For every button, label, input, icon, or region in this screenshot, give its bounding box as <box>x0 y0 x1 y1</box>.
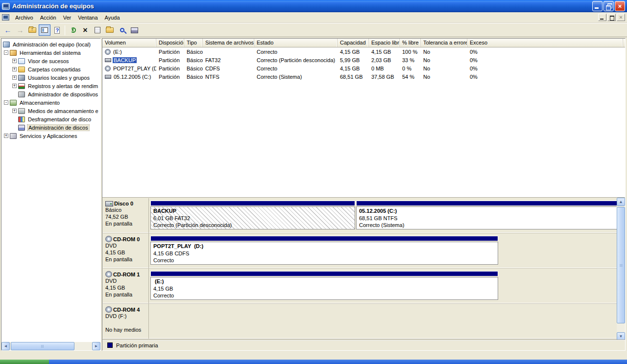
properties-button[interactable] <box>92 24 103 36</box>
scrollbar-thumb[interactable] <box>11 342 74 350</box>
partitions-area: (E:)4,15 GBCorrecto <box>150 269 617 303</box>
menu-item-archivo[interactable]: Archivo <box>12 13 37 22</box>
tree-item-label: Usuarios locales y grupos <box>27 75 91 81</box>
mdi-close-button[interactable]: × <box>617 14 625 21</box>
view-button[interactable] <box>116 24 128 36</box>
partition-body[interactable]: BACKUP6,01 GB FAT32Correcto (Partición d… <box>150 206 355 229</box>
scrollbar-thumb[interactable] <box>617 207 625 323</box>
table-row[interactable]: POPT2T_PLAY (D:)ParticiónBásicoCDFSCorre… <box>102 64 625 72</box>
volume-name: (E:) <box>112 49 123 55</box>
tree-item[interactable]: +Visor de sucesos <box>1 57 100 65</box>
column-header-espacio-libre[interactable]: Espacio libre <box>369 39 400 47</box>
tree-item[interactable]: +Carpetas compartidas <box>1 65 100 73</box>
tree-item[interactable]: +Servicios y Aplicaciones <box>1 132 100 140</box>
column-header-volumen[interactable]: Volumen <box>102 39 156 47</box>
partition-status: Correcto <box>153 257 495 264</box>
expand-plus-icon[interactable]: + <box>12 59 17 63</box>
forward-button[interactable]: → <box>14 24 26 36</box>
partition-body[interactable]: 05.12.2005 (C:)68,51 GB NTFSCorrecto (Si… <box>356 206 617 229</box>
collapse-minus-icon[interactable]: - <box>4 50 8 55</box>
titlebar[interactable]: Administración de equipos × <box>0 0 627 12</box>
help-button[interactable] <box>51 24 63 36</box>
partition-title: (E:) <box>153 278 495 285</box>
partition-color-bar <box>150 271 498 276</box>
tree-item-label: Carpetas compartidas <box>27 67 82 72</box>
start-button[interactable] <box>0 360 49 364</box>
table-row[interactable]: BACKUPParticiónBásicoFAT32Correcto (Part… <box>102 56 625 64</box>
column-header-tipo[interactable]: Tipo <box>184 39 203 47</box>
disk-tool-button[interactable] <box>128 24 140 36</box>
disk-header[interactable]: Disco 0Básico74,52 GBEn pantalla <box>104 198 149 233</box>
column-header-sistema-de-archivos[interactable]: Sistema de archivos <box>203 39 254 47</box>
tree-item[interactable]: Administración de discos <box>1 123 100 132</box>
expand-plus-icon[interactable]: + <box>12 75 17 80</box>
partition[interactable]: 05.12.2005 (C:)68,51 GB NTFSCorrecto (Si… <box>356 201 617 231</box>
column-header-estado[interactable]: Estado <box>254 39 338 47</box>
tree-item[interactable]: -Herramientas del sistema <box>1 48 100 57</box>
cell: Correcto (Partición desconocida) <box>254 57 338 63</box>
partitions-area <box>150 304 617 339</box>
menu-item-acción[interactable]: Acción <box>37 13 60 22</box>
graph-vertical-scrollbar[interactable]: ▲ ▼ <box>617 198 625 341</box>
expand-plus-icon[interactable]: + <box>4 134 8 138</box>
perf-logs-icon <box>18 83 25 89</box>
disk-header[interactable]: CD-ROM 1DVD4,15 GBEn pantalla <box>104 269 149 303</box>
mdi-child-icon[interactable] <box>2 14 9 21</box>
scroll-left-icon[interactable]: ◄ <box>1 342 10 350</box>
partition[interactable]: POPT2T_PLAY (D:)4,15 GB CDFSCorrecto <box>150 236 498 266</box>
menu-item-ventana[interactable]: Ventana <box>74 13 101 22</box>
partition-body[interactable]: POPT2T_PLAY (D:)4,15 GB CDFSCorrecto <box>150 242 498 265</box>
primary-partition-swatch <box>107 342 113 348</box>
menu-item-ver[interactable]: Ver <box>60 13 75 22</box>
tree-item[interactable]: +Registros y alertas de rendim <box>1 82 100 90</box>
tree-item[interactable]: +Usuarios locales y grupos <box>1 73 100 82</box>
close-button[interactable]: × <box>615 1 625 11</box>
partition[interactable]: (E:)4,15 GBCorrecto <box>150 271 498 301</box>
collapse-minus-icon[interactable]: - <box>4 100 8 105</box>
column-header-disposici-n[interactable]: Disposición <box>156 39 184 47</box>
storage-icon <box>10 100 17 106</box>
mdi-minimize-button[interactable] <box>598 14 606 21</box>
refresh-button[interactable] <box>67 24 79 36</box>
tree-item[interactable]: +Medios de almacenamiento e <box>1 107 100 115</box>
up-button[interactable] <box>26 24 38 36</box>
window-title: Administración de equipos <box>12 2 592 10</box>
expand-plus-icon[interactable]: + <box>12 67 17 71</box>
scroll-right-icon[interactable]: ► <box>92 342 100 350</box>
column-header--libre[interactable]: % libre <box>400 39 421 47</box>
show-console-tree-button[interactable] <box>39 24 50 36</box>
minimize-button[interactable] <box>592 1 603 11</box>
disk-header[interactable]: CD-ROM 0DVD4,15 GBEn pantalla <box>104 233 149 268</box>
table-row[interactable]: 05.12.2005 (C:)ParticiónBásicoNTFSCorrec… <box>102 72 625 81</box>
column-header-tolerancia-a-errores[interactable]: Tolerancia a errores <box>421 39 467 47</box>
disk-info-line: En pantalla <box>105 220 147 227</box>
menu-item-ayuda[interactable]: Ayuda <box>101 13 123 22</box>
restore-button[interactable] <box>603 1 614 11</box>
tree-item[interactable]: Administrador de dispositivos <box>1 90 100 98</box>
tree-horizontal-scrollbar[interactable]: ◄ ► <box>1 342 100 350</box>
scroll-up-icon[interactable]: ▲ <box>617 198 625 206</box>
expand-plus-icon[interactable]: + <box>12 109 17 113</box>
table-row[interactable]: (E:)ParticiónBásicoCorrecto4,15 GB4,15 G… <box>102 47 625 56</box>
delete-icon: × <box>83 26 87 35</box>
back-button[interactable]: ← <box>2 24 14 36</box>
delete-button[interactable]: × <box>79 24 91 36</box>
open-button[interactable] <box>104 24 116 36</box>
open-folder-icon <box>106 27 114 33</box>
tree-item[interactable]: Desfragmentador de disco <box>1 115 100 123</box>
mdi-restore-button[interactable] <box>607 14 616 21</box>
disk-info-line: Básico <box>105 206 147 213</box>
disk-header[interactable]: CD-ROM 4DVD (F:)No hay medios <box>104 304 149 339</box>
partition-color-bar <box>356 201 617 205</box>
column-header-capacidad[interactable]: Capacidad <box>338 39 369 47</box>
partition[interactable]: BACKUP6,01 GB FAT32Correcto (Partición d… <box>150 201 355 231</box>
expand-plus-icon[interactable]: + <box>12 84 17 88</box>
tree-item[interactable]: -Almacenamiento <box>1 98 100 107</box>
partition-body[interactable]: (E:)4,15 GBCorrecto <box>150 277 498 300</box>
column-header-exceso[interactable]: Exceso <box>467 39 623 47</box>
taskbar[interactable] <box>0 360 627 364</box>
disk-name: CD-ROM 1 <box>105 271 147 277</box>
volume-cell: (E:) <box>102 49 156 55</box>
tree-item[interactable]: Administración del equipo (local) <box>1 40 100 48</box>
cell: Básico <box>184 49 203 55</box>
